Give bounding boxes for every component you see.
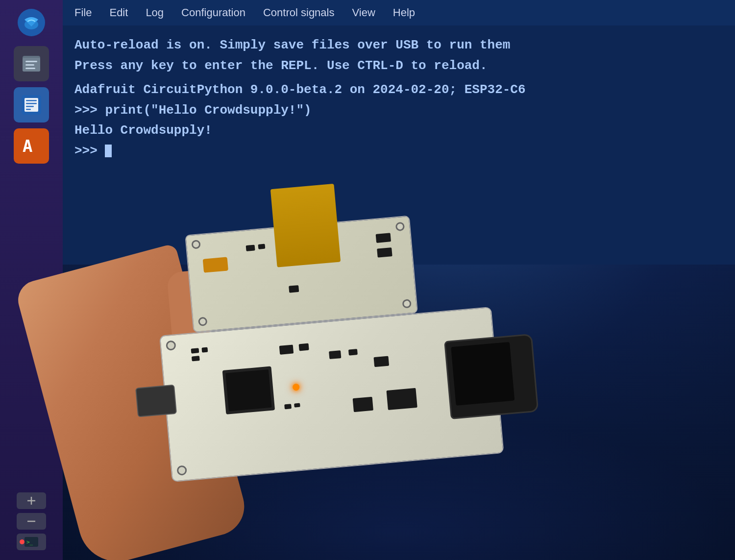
smd-r1 <box>191 348 199 353</box>
svg-rect-11 <box>26 106 34 107</box>
taskbar-btn-plus[interactable] <box>17 492 46 509</box>
svg-rect-5 <box>25 64 34 66</box>
smd-r2 <box>201 347 208 353</box>
photo-overlay <box>49 171 637 560</box>
smd-component <box>377 247 392 258</box>
usb-right-connector <box>444 334 539 419</box>
terminal-line-6: >>> <box>74 141 723 162</box>
sidebar-icon-thunderbird[interactable] <box>14 5 49 40</box>
menu-edit[interactable]: Edit <box>107 3 130 22</box>
terminal-line-3: Adafruit CircuitPython 9.0.0-beta.2 on 2… <box>74 80 723 100</box>
mounting-hole <box>395 222 405 232</box>
smd-large <box>353 397 373 412</box>
smd-ic5 <box>373 356 389 367</box>
pcb-assembly <box>126 202 589 509</box>
sidebar-icon-writer[interactable] <box>14 87 49 122</box>
main-chip <box>222 366 275 414</box>
menu-configuration[interactable]: Configuration <box>179 3 247 22</box>
terminal-cursor <box>105 145 112 157</box>
smd-large2 <box>387 388 417 410</box>
mounting-hole <box>402 299 412 309</box>
flex-cable <box>270 184 341 268</box>
menu-file[interactable]: File <box>73 3 94 22</box>
menu-bar: File Edit Log Configuration Control sign… <box>63 0 735 25</box>
svg-text:>_: >_ <box>26 539 33 545</box>
mounting-hole-bl <box>176 465 187 476</box>
svg-rect-12 <box>26 109 31 110</box>
menu-log[interactable]: Log <box>144 3 166 22</box>
smd-ic1 <box>279 344 294 354</box>
menu-help[interactable]: Help <box>391 3 417 22</box>
mounting-hole <box>191 240 201 249</box>
terminal-line-1: Auto-reload is on. Simply save files ove… <box>74 35 723 56</box>
terminal-line-4: >>> print("Hello Crowdsupply!") <box>74 100 723 121</box>
menu-view[interactable]: View <box>350 3 377 22</box>
menu-control-signals[interactable]: Control signals <box>261 3 337 22</box>
display-board <box>185 216 418 333</box>
connector-small <box>203 257 228 272</box>
smd-ic4 <box>348 349 358 356</box>
svg-rect-4 <box>25 61 37 62</box>
svg-rect-9 <box>26 100 37 101</box>
smd-component <box>289 285 299 293</box>
smd-component <box>246 244 255 251</box>
led-indicator <box>293 384 300 391</box>
svg-text:A: A <box>23 136 32 156</box>
main-pcb <box>159 307 504 482</box>
dot-red <box>20 539 24 544</box>
svg-rect-6 <box>25 68 35 69</box>
terminal-line-5: Hello Crowdsupply! <box>74 121 723 141</box>
smd-component <box>376 233 391 243</box>
sidebar-icon-files[interactable] <box>14 46 49 81</box>
mounting-hole <box>198 317 208 327</box>
terminal-content: Auto-reload is on. Simply save files ove… <box>63 25 735 171</box>
smd-r4 <box>284 404 292 409</box>
svg-rect-10 <box>26 103 37 104</box>
taskbar-btn-terminal[interactable]: >_ <box>17 534 46 550</box>
smd-component <box>258 244 266 249</box>
sidebar-icon-appstore[interactable]: A <box>14 128 49 164</box>
smd-ic3 <box>329 350 341 359</box>
usb-left-connector <box>135 385 177 417</box>
taskbar-btn-minus[interactable] <box>17 513 46 530</box>
smd-ic2 <box>299 343 309 351</box>
smd-r5 <box>294 403 300 408</box>
smd-r3 <box>192 356 200 361</box>
terminal-line-2: Press any key to enter the REPL. Use CTR… <box>74 56 723 76</box>
mounting-hole-tl <box>166 340 176 351</box>
svg-point-1 <box>24 20 38 29</box>
